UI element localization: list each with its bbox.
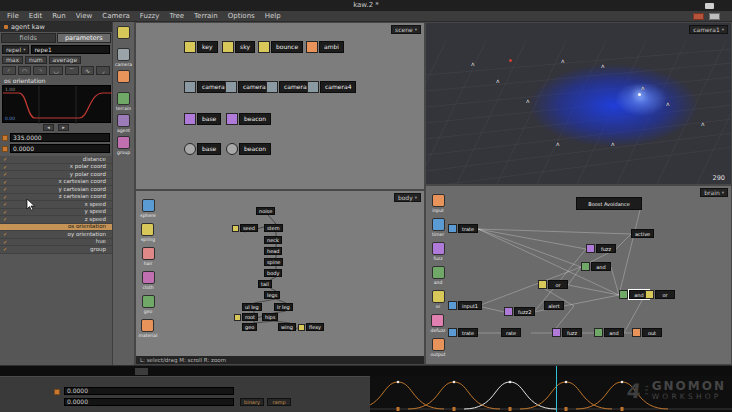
agent-bird[interactable]: ʌ	[611, 141, 615, 147]
range-max-field[interactable]: 335.0000	[10, 133, 110, 142]
curve-preset-button[interactable]: ∿	[81, 66, 95, 75]
ramp-button[interactable]: ramp	[267, 398, 291, 406]
node-trate[interactable]: trate	[448, 224, 478, 233]
node-fuzz[interactable]: fuzz	[586, 244, 616, 253]
node-active[interactable]: active	[631, 229, 654, 238]
check-icon[interactable]: ✓	[0, 194, 9, 200]
layout-grid-icon[interactable]	[709, 13, 720, 20]
node-beacon[interactable]: beacon	[226, 113, 271, 125]
menu-run[interactable]: Run	[47, 11, 70, 22]
palette-terrain[interactable]: terrain	[116, 92, 131, 111]
node-body[interactable]: body	[264, 269, 282, 277]
palette-light[interactable]	[117, 26, 130, 45]
palette-camera[interactable]: camera	[115, 48, 132, 67]
node-sky[interactable]: sky	[222, 41, 255, 53]
node-legs[interactable]: legs	[264, 291, 280, 299]
node-hips[interactable]: hips	[262, 313, 278, 321]
agent-bird[interactable]: ʌ	[601, 63, 605, 69]
palette-lamp[interactable]	[117, 70, 130, 89]
average-button[interactable]: average	[49, 56, 82, 64]
scene-graph[interactable]: keyskybounceambicamera1camera2camera3cam…	[136, 23, 424, 189]
node-or[interactable]: or	[538, 280, 568, 289]
node-root[interactable]: root	[234, 313, 258, 321]
node-key[interactable]: key	[184, 41, 218, 53]
node-input1[interactable]: input1	[448, 301, 482, 310]
node-ul-leg[interactable]: ul leg	[242, 303, 262, 311]
menu-help[interactable]: Help	[260, 11, 286, 22]
camera-dropdown[interactable]: camera1 ▾	[689, 25, 728, 34]
curve-preset-button[interactable]: ◠	[18, 66, 32, 75]
node-or[interactable]: or	[645, 290, 675, 299]
node-boost-avoidance[interactable]: Boost Avoidance	[576, 197, 642, 210]
check-icon[interactable]: ✓	[0, 156, 9, 162]
menu-tree[interactable]: Tree	[164, 11, 189, 22]
max-button[interactable]: max	[2, 56, 23, 64]
palette-group[interactable]: group	[117, 136, 130, 155]
repel-dropdown[interactable]: repel ▾	[2, 45, 29, 54]
menu-edit[interactable]: Edit	[24, 11, 48, 22]
check-icon[interactable]: ✓	[0, 224, 9, 230]
menu-options[interactable]: Options	[223, 11, 260, 22]
agent-bird[interactable]: ʌ	[471, 61, 475, 67]
agent-icon[interactable]	[117, 114, 130, 127]
agent-bird[interactable]: ʌ	[556, 141, 560, 147]
node-head[interactable]: head	[264, 247, 282, 255]
viewport-3d[interactable]: ʌʌʌʌʌʌʌʌʌʌ camera1 ▾ 290	[425, 22, 732, 185]
param-field-1[interactable]: 0.0000	[64, 387, 234, 395]
body-graph[interactable]: noiseseedstemneckheadspinebodytaillegsul…	[136, 191, 424, 364]
menu-terrain[interactable]: Terrain	[189, 11, 223, 22]
node-wing[interactable]: wing	[278, 323, 296, 331]
node-neck[interactable]: neck	[264, 236, 282, 244]
check-icon[interactable]: ✓	[0, 209, 9, 215]
num-button[interactable]: num	[25, 56, 46, 64]
range-min-field[interactable]: 0.0000	[10, 144, 110, 153]
node-and[interactable]: and	[581, 262, 611, 271]
repel-name-input[interactable]: repe1	[31, 45, 110, 54]
agent-bird[interactable]: ʌ	[526, 98, 530, 104]
body-view-dropdown[interactable]: body ▾	[394, 193, 421, 202]
agent-bird[interactable]: ʌ	[496, 78, 500, 84]
binary-button[interactable]: binary	[240, 398, 264, 406]
menu-camera[interactable]: Camera	[97, 11, 134, 22]
range-left-button[interactable]: ◂	[43, 124, 54, 131]
check-icon[interactable]: ✓	[0, 201, 9, 207]
node-base[interactable]: base	[184, 113, 221, 125]
node-and[interactable]: and	[594, 328, 624, 337]
scene-view-dropdown[interactable]: scene ▾	[391, 25, 421, 34]
node-bounce[interactable]: bounce	[258, 41, 303, 53]
fuzz-curve-area[interactable]: 4 THE GNOMON WORKSHOP	[370, 376, 732, 412]
node-rate[interactable]: rate	[501, 328, 521, 337]
response-curve-editor[interactable]: 1.00 0.00	[2, 85, 111, 123]
node-base[interactable]: base	[184, 143, 221, 155]
node-ambi[interactable]: ambi	[306, 41, 344, 53]
camera-icon[interactable]	[117, 48, 130, 61]
check-icon[interactable]: ✓	[0, 164, 9, 170]
curve-preset-button[interactable]: ◜	[2, 66, 16, 75]
brain-view-dropdown[interactable]: brain ▾	[700, 188, 728, 197]
window-button-icon[interactable]	[705, 3, 714, 9]
check-icon[interactable]: ✓	[0, 216, 9, 222]
node-flexy[interactable]: flexy	[298, 323, 324, 331]
node-tail[interactable]: tail	[258, 280, 272, 288]
curve-preset-button[interactable]: ◝	[33, 66, 47, 75]
menu-fuzzy[interactable]: Fuzzy	[135, 11, 165, 22]
node-noise[interactable]: noise	[256, 207, 275, 215]
node-stem[interactable]: stem	[264, 224, 283, 232]
curve-preset-button[interactable]: ◡	[49, 66, 63, 75]
check-icon[interactable]: ✓	[0, 246, 9, 252]
agent-bird[interactable]: ʌ	[701, 121, 705, 127]
tab-fields[interactable]: fields	[1, 33, 56, 43]
agent-bird[interactable]: ʌ	[561, 58, 565, 64]
group-icon[interactable]	[117, 136, 130, 149]
node-geo[interactable]: geo	[242, 323, 257, 331]
curve-preset-button[interactable]: ◞	[96, 66, 110, 75]
agent-bird[interactable]: ʌ	[666, 101, 670, 107]
param-field-2[interactable]: 0.0000	[64, 398, 234, 406]
tab-parameters[interactable]: parameters	[57, 33, 112, 43]
light-icon[interactable]	[117, 26, 130, 39]
menu-file[interactable]: File	[2, 11, 24, 22]
terrain-icon[interactable]	[117, 92, 130, 105]
check-icon[interactable]: ✓	[0, 231, 9, 237]
node-spine[interactable]: spine	[264, 258, 283, 266]
palette-agent[interactable]: agent	[117, 114, 130, 133]
